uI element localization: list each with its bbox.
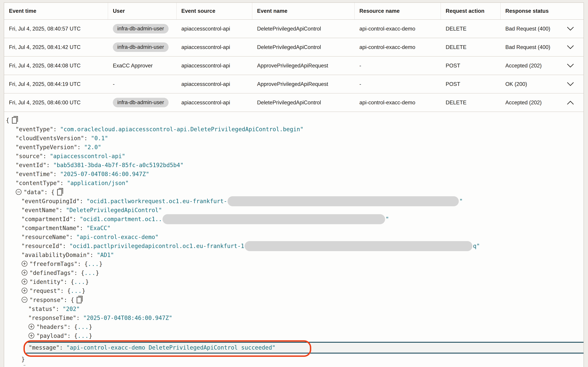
- response-status-value: Accepted (202): [505, 100, 542, 106]
- expand-plus-icon[interactable]: [28, 323, 34, 330]
- json-line-cloudEventsVersion: "cloudEventsVersion": "0.1": [4, 134, 584, 143]
- json-key: "contentType":: [16, 180, 67, 186]
- json-key: "compartmentName":: [21, 225, 87, 232]
- open-brace: {: [71, 297, 74, 303]
- expand-plus-icon[interactable]: [21, 260, 28, 267]
- expand-plus-icon[interactable]: [28, 332, 34, 339]
- close-brace: }: [21, 356, 25, 363]
- table-row[interactable]: Fri, Jul 4, 2025, 08:46:00 UTCinfra-db-a…: [4, 93, 584, 112]
- request-action-cell: DELETE: [441, 44, 501, 50]
- event-time-cell: Fri, Jul 4, 2025, 08:44:19 UTC: [4, 81, 108, 87]
- event-name-value: DeletePrivilegedApiControl: [257, 44, 321, 50]
- json-value: "com.oraclecloud.apiaccesscontrol-api.De…: [60, 126, 303, 133]
- column-header-event-name: Event name: [252, 3, 354, 19]
- request-action-cell: POST: [441, 63, 501, 69]
- event-name-value: DeletePrivilegedApiControl: [257, 26, 321, 32]
- event-name-cell: DeletePrivilegedApiControl: [252, 44, 354, 50]
- json-line-eventName: "eventName": "DeletePrivilegedApiControl…: [4, 206, 584, 215]
- collapsed-open-brace: {: [74, 324, 78, 330]
- copy-icon[interactable]: [12, 116, 18, 124]
- response-status-value: OK (200): [505, 81, 527, 87]
- copy-icon[interactable]: [76, 295, 83, 304]
- table-row[interactable]: Fri, Jul 4, 2025, 08:40:57 UTCinfra-db-a…: [4, 19, 584, 38]
- response-status-cell: Accepted (202): [501, 63, 584, 69]
- event-time-value: Fri, Jul 4, 2025, 08:44:08 UTC: [9, 63, 81, 69]
- event-name-cell: DeletePrivilegedApiControl: [252, 100, 354, 106]
- json-key: "resourceName":: [21, 234, 76, 240]
- event-name-cell: ApprovePrivilegedApiRequest: [252, 81, 354, 87]
- json-key: "data":: [24, 189, 51, 196]
- event-name-cell: DeletePrivilegedApiControl: [252, 26, 354, 32]
- event-time-cell: Fri, Jul 4, 2025, 08:40:57 UTC: [4, 26, 108, 32]
- collapsed-close-brace: }: [96, 365, 99, 366]
- json-value: "2025-07-04T08:46:00.947Z": [83, 315, 172, 321]
- column-header-event-source: Event source: [176, 3, 252, 19]
- resource-name-cell: api-control-exacc-demo: [354, 100, 441, 106]
- json-line: }: [4, 355, 584, 364]
- json-key: "eventGroupingId":: [21, 198, 87, 205]
- json-value-fragment: ": [386, 216, 389, 223]
- user-redaction-pill: infra-db-admin-user: [113, 98, 168, 107]
- column-header-label: Event time: [9, 8, 36, 14]
- collapsed-ellipsis: ...: [88, 261, 99, 267]
- response-status-cell: Accepted (202): [501, 100, 584, 106]
- json-line-eventTime: "eventTime": "2025-07-04T08:46:00.947Z": [4, 170, 584, 179]
- event-time-value: Fri, Jul 4, 2025, 08:46:00 UTC: [9, 100, 81, 106]
- column-header-request-action: Request action: [441, 3, 501, 19]
- expand-plus-icon[interactable]: [21, 278, 28, 284]
- chevron-up-icon[interactable]: [567, 100, 574, 105]
- expand-plus-icon[interactable]: [21, 287, 28, 293]
- json-value: "api-control-exacc-demo": [76, 234, 159, 240]
- user-cell: ExaCC Approver: [108, 63, 176, 69]
- json-value: "2.0": [84, 144, 101, 150]
- event-name-value: DeletePrivilegedApiControl: [257, 100, 321, 106]
- json-value-fragment: q": [473, 243, 480, 249]
- user-cell: infra-db-admin-user: [108, 42, 176, 52]
- redaction-bar: [162, 214, 385, 224]
- column-header-label: Event name: [257, 8, 287, 14]
- json-line-compartmentId: "compartmentId": "ocid1.compartment.oc1.…: [4, 215, 584, 224]
- event-time-cell: Fri, Jul 4, 2025, 08:41:42 UTC: [4, 44, 108, 50]
- resource-name-cell: api-control-exacc-demo: [354, 44, 441, 50]
- json-key: "cloudEventsVersion":: [16, 135, 91, 142]
- json-value: "DeletePrivilegedApiControl": [66, 207, 162, 214]
- column-header-response-status: Response status: [501, 3, 584, 19]
- json-line-freeformTags: "freeformTags": {...}: [4, 259, 584, 268]
- collapse-minus-icon[interactable]: [21, 296, 28, 303]
- request-action-value: DELETE: [446, 100, 467, 106]
- event-source-value: apiaccesscontrol-api: [181, 100, 230, 106]
- collapsed-ellipsis: ...: [77, 324, 89, 330]
- collapsed-open-brace: {: [71, 279, 74, 285]
- events-audit-page: Event timeUserEvent sourceEvent nameReso…: [0, 0, 588, 367]
- copy-icon[interactable]: [57, 188, 64, 196]
- collapsed-ellipsis: ...: [74, 279, 85, 285]
- expand-plus-icon[interactable]: [21, 269, 28, 275]
- request-action-cell: DELETE: [441, 26, 501, 32]
- expand-plus-icon[interactable]: [21, 365, 28, 366]
- json-key: "freeformTags":: [30, 261, 84, 267]
- collapse-minus-icon[interactable]: [16, 189, 22, 195]
- column-header-label: Response status: [505, 8, 549, 14]
- redaction-bar: [227, 196, 459, 206]
- json-key: "source":: [16, 153, 50, 159]
- request-action-cell: DELETE: [441, 100, 501, 106]
- table-row[interactable]: Fri, Jul 4, 2025, 08:44:08 UTCExaCC Appr…: [4, 56, 584, 75]
- json-line-eventType: "eventType": "com.oraclecloud.apiaccessc…: [4, 125, 584, 134]
- response-status-value: Accepted (202): [505, 63, 542, 69]
- resource-name-value: api-control-exacc-demo: [359, 44, 415, 50]
- table-row[interactable]: Fri, Jul 4, 2025, 08:41:42 UTCinfra-db-a…: [4, 38, 584, 56]
- table-row[interactable]: Fri, Jul 4, 2025, 08:44:19 UTC-apiaccess…: [4, 75, 584, 93]
- json-key: "eventName":: [21, 207, 66, 214]
- chevron-down-icon[interactable]: [567, 27, 574, 31]
- response-status-cell: OK (200): [501, 81, 584, 87]
- json-value: "api-control-exacc-demo DeletePrivileged…: [67, 344, 276, 351]
- resource-name-value: api-control-exacc-demo: [359, 26, 415, 32]
- chevron-down-icon[interactable]: [567, 82, 574, 86]
- user-value: ExaCC Approver: [113, 63, 153, 69]
- json-line-source: "source": "apiaccesscontrol-api": [4, 152, 584, 161]
- chevron-down-icon[interactable]: [567, 64, 574, 68]
- chevron-down-icon[interactable]: [567, 45, 574, 49]
- column-header-label: Event source: [181, 8, 215, 14]
- resource-name-cell: -: [354, 81, 441, 87]
- event-time-cell: Fri, Jul 4, 2025, 08:46:00 UTC: [4, 100, 108, 106]
